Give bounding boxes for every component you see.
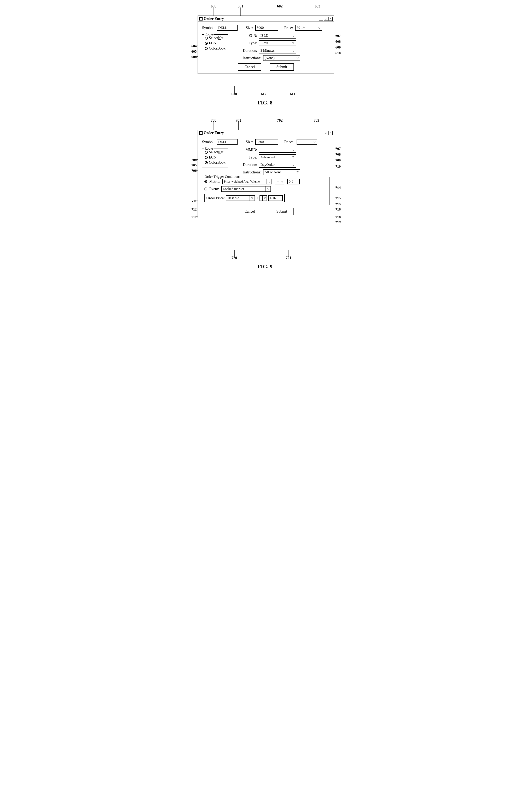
minimize-btn[interactable]: _ — [319, 17, 323, 21]
ecn-select[interactable]: ISLD ▽ — [259, 33, 296, 39]
fig9-type-select[interactable]: Advanced ▽ — [259, 154, 296, 160]
fig9-symbol-input[interactable] — [217, 139, 238, 145]
fig9-duration-arrow[interactable]: ▽ — [291, 162, 296, 167]
mmid-arrow[interactable]: ▽ — [291, 147, 296, 152]
order-price-row: Order Price: Best bid ▽ + ▽ — [204, 194, 285, 202]
fig9-size-label: Size: — [246, 140, 253, 144]
fig9-selectnet-radio[interactable] — [205, 151, 208, 154]
metric-op-arrow[interactable]: ▽ — [280, 179, 284, 184]
route-selectnet[interactable]: SelectNet — [205, 36, 225, 40]
price-value: 39 1/4 — [296, 25, 317, 30]
fig9-main-panel: Route SelectNet ECN ColorB — [202, 147, 330, 175]
window-controls[interactable]: _ □ × — [319, 17, 333, 21]
order-price-op2-arrow[interactable]: ▽ — [262, 195, 267, 201]
order-price-op2-select[interactable]: ▽ — [260, 195, 267, 201]
route-ecn[interactable]: ECN — [205, 41, 225, 45]
metric-arrow[interactable]: ▽ — [267, 179, 271, 184]
metric-value: Price-weighted Avg. Volume — [223, 179, 267, 184]
symbol-input[interactable] — [217, 25, 238, 31]
fig9-duration-label: Duration: — [237, 163, 257, 167]
ecn-dropdown-arrow[interactable]: ▽ — [291, 33, 296, 38]
close-btn[interactable]: × — [328, 17, 333, 21]
order-price-amt-input[interactable] — [268, 195, 283, 201]
duration-select[interactable]: 3 Minutes ▽ — [259, 48, 296, 54]
fig8-btn-row: Cancel Submit — [202, 63, 330, 71]
type-row: Type: Limit ▽ — [237, 40, 300, 46]
colorbook-radio[interactable] — [205, 47, 208, 50]
fig9-instructions-select[interactable]: All or None ▽ — [263, 169, 300, 175]
ecn-field-label: ECN: — [237, 33, 257, 38]
fig9-size-input[interactable] — [255, 139, 278, 145]
fig9-submit-button[interactable]: Submit — [270, 208, 294, 215]
mmid-row: MMID: ▽ — [237, 147, 300, 153]
event-arrow[interactable]: ▽ — [266, 187, 270, 191]
event-value: Locked market — [222, 187, 266, 191]
order-price-plus: + — [256, 196, 258, 200]
fig9-maximize-btn[interactable]: □ — [324, 131, 328, 135]
fig9-instructions-label: Instructions: — [237, 170, 261, 174]
fig9-prices-arrow[interactable]: ▽ — [312, 140, 317, 144]
selectnet-radio[interactable] — [205, 37, 208, 40]
fig9-symbol-label: Symbol: — [202, 140, 215, 144]
type-field-label: Type: — [237, 41, 257, 45]
fig8-window: Order Entry _ □ × Symbol: Size: — [197, 16, 334, 74]
ecn-label: ECN — [209, 41, 217, 45]
fig9-type-arrow[interactable]: ▽ — [291, 155, 296, 160]
figure-9: 750 701 702 703 704 705 706 711 712 — [180, 118, 350, 270]
maximize-btn[interactable]: □ — [324, 17, 328, 21]
mmid-select[interactable]: ▽ — [259, 147, 296, 153]
duration-field-label: Duration: — [237, 48, 257, 53]
event-radio[interactable] — [204, 188, 207, 190]
order-price-select[interactable]: Best bid ▽ — [226, 195, 255, 201]
fig9-minimize-btn[interactable]: _ — [319, 131, 323, 135]
price-select[interactable]: 39 1/4 ▽ — [295, 25, 322, 31]
fig9-top-row: Symbol: Size: Prices: ▽ — [202, 139, 330, 145]
metric-op-value: > — [275, 179, 280, 184]
fig9-ecn-radio[interactable] — [205, 156, 208, 159]
order-trigger-conditions: Order Trigger Conditions Metric: Price-w… — [202, 177, 330, 205]
fig9-duration-value: DayOrder — [259, 162, 291, 167]
instructions-select[interactable]: (None) ▽ — [263, 55, 300, 61]
event-select[interactable]: Locked market ▽ — [221, 186, 271, 192]
fig9-instructions-row: Instructions: All or None ▽ — [237, 169, 300, 175]
fig9-cancel-button[interactable]: Cancel — [238, 208, 262, 215]
fig9-window-controls[interactable]: _ □ × — [319, 131, 333, 135]
metric-label: Metric: — [209, 179, 220, 184]
order-price-arrow[interactable]: ▽ — [250, 195, 254, 201]
duration-dropdown-arrow[interactable]: ▽ — [291, 48, 296, 53]
fig9-colorbook-radio[interactable] — [205, 161, 208, 164]
fig9-titlebar: Order Entry _ □ × — [198, 130, 334, 136]
fig9-route-colorbook[interactable]: ColorBook — [205, 160, 225, 165]
fig9-instructions-arrow[interactable]: ▽ — [295, 170, 300, 175]
fig9-colorbook-label: ColorBook — [209, 160, 225, 165]
metric-select[interactable]: Price-weighted Avg. Volume ▽ — [222, 178, 272, 184]
ecn-row: ECN: ISLD ▽ — [237, 33, 300, 39]
fig9-duration-select[interactable]: DayOrder ▽ — [259, 162, 296, 168]
route-colorbook[interactable]: ColorBook — [205, 46, 225, 50]
fig9-prices-select[interactable]: ▽ — [297, 139, 317, 145]
instructions-dropdown-arrow[interactable]: ▽ — [295, 56, 300, 60]
price-label: Price: — [284, 26, 293, 30]
mmid-value — [259, 147, 291, 152]
event-label: Event: — [209, 187, 219, 191]
size-input[interactable] — [255, 25, 278, 31]
ecn-value: ISLD — [259, 33, 291, 38]
symbol-label: Symbol: — [202, 26, 215, 30]
metric-val-input[interactable] — [287, 178, 300, 184]
fig9-title-checkbox — [199, 131, 203, 135]
fig9-route-selectnet[interactable]: SelectNet — [205, 150, 225, 154]
title-checkbox — [199, 17, 203, 20]
ecn-radio[interactable] — [205, 42, 208, 45]
type-dropdown-arrow[interactable]: ▽ — [291, 41, 296, 46]
fig8-titlebar: Order Entry _ □ × — [198, 16, 334, 22]
type-select[interactable]: Limit ▽ — [259, 40, 296, 46]
price-dropdown-arrow[interactable]: ▽ — [317, 25, 322, 30]
fig9-route-ecn[interactable]: ECN — [205, 155, 225, 160]
fig8-top-row: Symbol: Size: Price: 39 1/4 ▽ — [202, 25, 330, 31]
metric-op-select[interactable]: > ▽ — [275, 178, 284, 184]
order-price-value: Best bid — [226, 195, 250, 201]
submit-button[interactable]: Submit — [270, 63, 294, 71]
fig9-close-btn[interactable]: × — [328, 131, 333, 135]
cancel-button[interactable]: Cancel — [238, 63, 262, 71]
metric-radio[interactable] — [204, 180, 207, 183]
